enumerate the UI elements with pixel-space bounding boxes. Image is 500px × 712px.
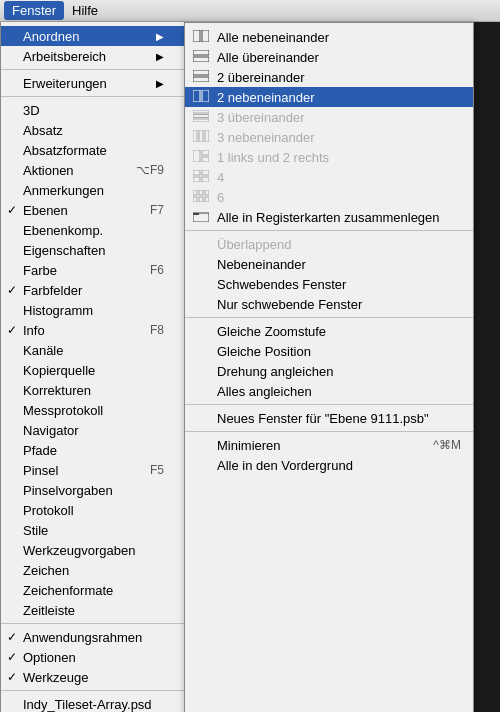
submenu-gleiche-zoomstufe[interactable]: Gleiche Zoomstufe (185, 321, 473, 341)
submenu-sep-3 (185, 404, 473, 405)
submenu-alle-vordergrund[interactable]: Alle in den Vordergrund (185, 455, 473, 475)
menu-item-anordnen[interactable]: Anordnen ▶ (1, 26, 184, 46)
svg-rect-21 (193, 190, 197, 195)
three-stacked-icon (193, 110, 209, 125)
submenu-6: 6 (185, 187, 473, 207)
svg-rect-22 (199, 190, 203, 195)
svg-rect-26 (205, 197, 209, 202)
submenu-panel: Alle nebeneinander Alle übereinander 2 ü… (184, 22, 474, 712)
menu-item-indy[interactable]: Indy_Tileset-Array.psd (1, 694, 184, 712)
svg-rect-16 (202, 157, 209, 162)
menu-item-3d[interactable]: 3D (1, 100, 184, 120)
svg-rect-17 (193, 170, 200, 175)
menu-item-anmerkungen[interactable]: Anmerkungen (1, 180, 184, 200)
menu-item-protokoll[interactable]: Protokoll (1, 500, 184, 520)
menu-item-zeichen[interactable]: Zeichen (1, 560, 184, 580)
menu-item-werkzeugvorgaben[interactable]: Werkzeugvorgaben (1, 540, 184, 560)
menu-item-farbe[interactable]: Farbe F6 (1, 260, 184, 280)
menu-item-kanaele[interactable]: Kanäle (1, 340, 184, 360)
menu-item-pinsel[interactable]: Pinsel F5 (1, 460, 184, 480)
submenu-alle-registerkarten[interactable]: Alle in Registerkarten zusammenlegen (185, 207, 473, 227)
svg-rect-4 (193, 70, 209, 75)
menu-item-info[interactable]: Info F8 (1, 320, 184, 340)
separator-2 (1, 96, 184, 97)
menubar-hilfe[interactable]: Hilfe (64, 1, 106, 20)
menubar: Fenster Hilfe (0, 0, 500, 22)
svg-rect-23 (205, 190, 209, 195)
menu-item-farbfelder[interactable]: Farbfelder (1, 280, 184, 300)
menu-item-stile[interactable]: Stile (1, 520, 184, 540)
menu-item-ebenen[interactable]: Ebenen F7 (1, 200, 184, 220)
menu-item-werkzeuge[interactable]: Werkzeuge (1, 667, 184, 687)
separator-3 (1, 623, 184, 624)
submenu-4: 4 (185, 167, 473, 187)
one-left-two-right-icon (193, 150, 209, 165)
menu-item-zeichenformate[interactable]: Zeichenformate (1, 580, 184, 600)
submenu-ueberlappend: Überlappend (185, 234, 473, 254)
menu-item-histogramm[interactable]: Histogramm (1, 300, 184, 320)
svg-rect-7 (202, 90, 209, 102)
submenu-minimieren[interactable]: Minimieren ^⌘M (185, 435, 473, 455)
submenu-alle-uebereinander[interactable]: Alle übereinander (185, 47, 473, 67)
menu-item-absatzformate[interactable]: Absatzformate (1, 140, 184, 160)
menu-item-pinselvorgaben[interactable]: Pinselvorgaben (1, 480, 184, 500)
main-menu-panel: Anordnen ▶ Arbeitsbereich ▶ Erweiterunge… (0, 22, 185, 712)
svg-rect-2 (193, 50, 209, 55)
menu-item-zeitleiste[interactable]: Zeitleiste (1, 600, 184, 620)
svg-rect-10 (193, 119, 209, 122)
svg-rect-15 (202, 150, 209, 155)
submenu-neues-fenster[interactable]: Neues Fenster für "Ebene 9111.psb" (185, 408, 473, 428)
submenu-sep-2 (185, 317, 473, 318)
submenu-sep-4 (185, 431, 473, 432)
menu-item-aktionen[interactable]: Aktionen ⌥F9 (1, 160, 184, 180)
svg-rect-5 (193, 77, 209, 82)
shortcut-aktionen: ⌥F9 (116, 163, 164, 177)
svg-rect-25 (199, 197, 203, 202)
menu-item-ebenenkomp[interactable]: Ebenenkomp. (1, 220, 184, 240)
menu-item-eigenschaften[interactable]: Eigenschaften (1, 240, 184, 260)
menu-item-erweiterungen[interactable]: Erweiterungen ▶ (1, 73, 184, 93)
menu-item-kopierquelle[interactable]: Kopierquelle (1, 360, 184, 380)
menu-item-korrekturen[interactable]: Korrekturen (1, 380, 184, 400)
submenu-alle-nebeneinander[interactable]: Alle nebeneinander (185, 27, 473, 47)
submenu-2-uebereinander[interactable]: 2 übereinander (185, 67, 473, 87)
svg-rect-6 (193, 90, 200, 102)
six-grid-icon (193, 190, 209, 205)
menu-item-navigator[interactable]: Navigator (1, 420, 184, 440)
submenu-sep-1 (185, 230, 473, 231)
submenu-nur-schwebende-fenster[interactable]: Nur schwebende Fenster (185, 294, 473, 314)
all-side-by-side-icon (193, 30, 209, 45)
menu-item-anwendungsrahmen[interactable]: Anwendungsrahmen (1, 627, 184, 647)
shortcut-info: F8 (130, 323, 164, 337)
menu-item-messprotokoll[interactable]: Messprotokoll (1, 400, 184, 420)
shortcut-ebenen: F7 (130, 203, 164, 217)
menubar-fenster[interactable]: Fenster (4, 1, 64, 20)
menu-item-pfade[interactable]: Pfade (1, 440, 184, 460)
svg-rect-9 (193, 114, 209, 117)
submenu-drehung-angleichen[interactable]: Drehung angleichen (185, 361, 473, 381)
submenu-schwebendes-fenster[interactable]: Schwebendes Fenster (185, 274, 473, 294)
svg-rect-14 (193, 150, 200, 162)
submenu-3-nebeneinander: 3 nebeneinander (185, 127, 473, 147)
menu-item-arbeitsbereich[interactable]: Arbeitsbereich ▶ (1, 46, 184, 66)
shortcut-pinsel: F5 (130, 463, 164, 477)
separator-4 (1, 690, 184, 691)
dropdown-container: Anordnen ▶ Arbeitsbereich ▶ Erweiterunge… (0, 22, 474, 712)
svg-rect-11 (193, 130, 197, 142)
svg-rect-18 (202, 170, 209, 175)
submenu-alles-angleichen[interactable]: Alles angleichen (185, 381, 473, 401)
submenu-1-links-2-rechts: 1 links und 2 rechts (185, 147, 473, 167)
submenu-gleiche-position[interactable]: Gleiche Position (185, 341, 473, 361)
two-stacked-icon (193, 70, 209, 85)
submenu-arrow-2: ▶ (156, 51, 164, 62)
submenu-nebeneinander[interactable]: Nebeneinander (185, 254, 473, 274)
submenu-2-nebeneinander[interactable]: 2 nebeneinander (185, 87, 473, 107)
submenu-arrow: ▶ (156, 31, 164, 42)
menu-item-optionen[interactable]: Optionen (1, 647, 184, 667)
svg-rect-13 (205, 130, 209, 142)
all-stacked-icon (193, 50, 209, 65)
svg-rect-8 (193, 110, 209, 113)
shortcut-farbe: F6 (130, 263, 164, 277)
menu-item-absatz[interactable]: Absatz (1, 120, 184, 140)
svg-rect-28 (193, 213, 199, 215)
